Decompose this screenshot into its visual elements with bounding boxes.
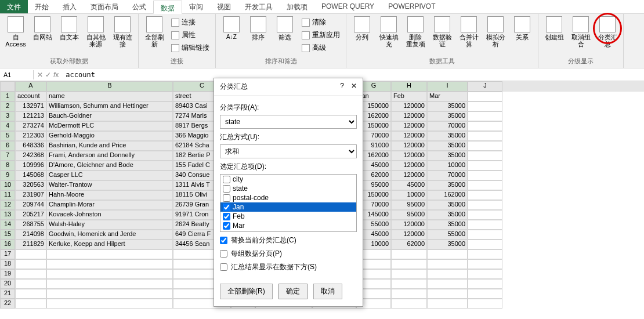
btn-合并计算[interactable]: 合并计算 bbox=[457, 15, 481, 49]
cell[interactable]: 120000 bbox=[391, 230, 427, 240]
tab-POWER QUERY[interactable]: POWER QUERY bbox=[314, 0, 381, 13]
cell[interactable]: account bbox=[15, 92, 46, 102]
cell[interactable] bbox=[468, 141, 502, 151]
cell[interactable]: 120000 bbox=[391, 151, 427, 161]
cell[interactable] bbox=[468, 210, 502, 220]
btn-自网站[interactable]: 自网站 bbox=[30, 15, 55, 42]
tab-POWERPIVOT[interactable]: POWERPIVOT bbox=[381, 0, 442, 13]
row-header[interactable]: 5 bbox=[0, 131, 15, 141]
cell[interactable]: 268755 bbox=[15, 220, 46, 230]
cell[interactable]: 273274 bbox=[15, 121, 46, 131]
row-header[interactable]: 1 bbox=[0, 92, 15, 102]
btn-编辑链接[interactable]: 编辑链接 bbox=[169, 42, 212, 54]
cell[interactable]: 70000 bbox=[427, 121, 468, 131]
cell[interactable]: 212303 bbox=[15, 131, 46, 141]
cell[interactable] bbox=[391, 299, 427, 309]
btn-现有连接[interactable]: 现有连接 bbox=[110, 15, 135, 49]
row-header[interactable]: 9 bbox=[0, 171, 15, 180]
cell[interactable]: 209744 bbox=[15, 200, 46, 210]
btn-快速填充[interactable]: 快速填充 bbox=[377, 15, 401, 49]
name-box[interactable]: A1 bbox=[0, 70, 34, 79]
cell[interactable]: 10000 bbox=[391, 190, 427, 200]
cell[interactable]: 120000 bbox=[391, 220, 427, 230]
pagebreak-check[interactable]: 每组数据分页(P) bbox=[220, 249, 357, 259]
cell[interactable] bbox=[468, 161, 502, 171]
cell[interactable]: 648336 bbox=[15, 141, 46, 151]
cell[interactable]: Hahn-Moore bbox=[46, 190, 173, 200]
cell[interactable]: 35000 bbox=[427, 141, 468, 151]
cell[interactable] bbox=[15, 299, 46, 309]
col-header-A[interactable]: A bbox=[15, 81, 46, 92]
row-header[interactable]: 12 bbox=[0, 200, 15, 210]
fx-icon[interactable]: fx bbox=[53, 71, 59, 79]
btn-连接[interactable]: 连接 bbox=[169, 16, 212, 28]
cell[interactable] bbox=[15, 249, 46, 259]
btn-模拟分析[interactable]: 模拟分析 bbox=[483, 15, 508, 49]
cell[interactable] bbox=[391, 269, 427, 279]
cell[interactable]: 120000 bbox=[391, 131, 427, 141]
items-list[interactable]: citystatepostal-codeJanFebMar bbox=[220, 174, 357, 232]
cell[interactable]: 211829 bbox=[15, 240, 46, 249]
cell[interactable]: 45000 bbox=[391, 180, 427, 190]
close-icon[interactable]: ✕ bbox=[351, 82, 357, 92]
cell[interactable]: 35000 bbox=[427, 240, 468, 249]
cell[interactable]: 35000 bbox=[427, 180, 468, 190]
cell[interactable]: Kovacek-Johnston bbox=[46, 210, 173, 220]
cell[interactable]: McDermott PLC bbox=[46, 121, 173, 131]
cell[interactable]: 35000 bbox=[427, 151, 468, 161]
cell[interactable]: 120000 bbox=[391, 121, 427, 131]
cell[interactable] bbox=[427, 279, 468, 289]
cell[interactable]: 242368 bbox=[15, 151, 46, 161]
func-select[interactable]: 求和 bbox=[220, 144, 357, 158]
btn-删除重复项[interactable]: 删除重复项 bbox=[403, 15, 428, 49]
cell[interactable]: Kerluke, Koepp and Hilpert bbox=[46, 240, 173, 249]
ok-button[interactable]: 确定 bbox=[278, 284, 307, 299]
row-header[interactable]: 2 bbox=[0, 102, 15, 111]
cell[interactable]: Gerhold-Maggio bbox=[46, 131, 173, 141]
cell[interactable] bbox=[427, 299, 468, 309]
tab-开始[interactable]: 开始 bbox=[28, 0, 56, 13]
cell[interactable] bbox=[468, 289, 502, 299]
cell[interactable]: 35000 bbox=[427, 102, 468, 111]
tab-插入[interactable]: 插入 bbox=[56, 0, 84, 13]
cell[interactable]: Williamson, Schumm and Hettinger bbox=[46, 102, 173, 111]
cell[interactable]: Bashirian, Kunde and Price bbox=[46, 141, 173, 151]
tab-开发工具[interactable]: 开发工具 bbox=[238, 0, 280, 13]
col-header-B[interactable]: B bbox=[46, 81, 173, 92]
col-header-I[interactable]: I bbox=[427, 81, 468, 92]
cell[interactable] bbox=[46, 299, 173, 309]
cell[interactable] bbox=[391, 249, 427, 259]
row-header[interactable]: 18 bbox=[0, 259, 15, 269]
col-header-H[interactable]: H bbox=[391, 81, 427, 92]
tab-文件[interactable]: 文件 bbox=[0, 0, 28, 13]
row-header[interactable]: 4 bbox=[0, 121, 15, 131]
cell[interactable] bbox=[46, 289, 173, 299]
cell[interactable]: Mar bbox=[427, 92, 468, 102]
cell[interactable]: 109996 bbox=[15, 161, 46, 171]
remove-all-button[interactable]: 全部删除(R) bbox=[220, 284, 273, 299]
cell[interactable] bbox=[468, 259, 502, 269]
btn-分列[interactable]: 分列 bbox=[350, 15, 374, 42]
btn-取消组合[interactable]: 取消组合 bbox=[569, 15, 593, 49]
cell[interactable] bbox=[427, 269, 468, 279]
cell[interactable]: 120000 bbox=[391, 171, 427, 180]
btn-重新应用[interactable]: 重新应用 bbox=[299, 29, 342, 41]
cell[interactable]: Frami, Anderson and Donnelly bbox=[46, 151, 173, 161]
cell[interactable] bbox=[468, 230, 502, 240]
row-header[interactable]: 6 bbox=[0, 141, 15, 151]
cell[interactable]: 145068 bbox=[15, 171, 46, 180]
cell[interactable]: 120000 bbox=[391, 111, 427, 121]
row-header[interactable]: 3 bbox=[0, 111, 15, 121]
btn-分类汇总[interactable]: 分类汇总 bbox=[595, 15, 620, 49]
cell[interactable] bbox=[46, 249, 173, 259]
help-icon[interactable]: ? bbox=[340, 82, 344, 92]
tab-视图[interactable]: 视图 bbox=[210, 0, 238, 13]
cancel-icon[interactable]: ✕ bbox=[37, 71, 43, 79]
btn-自 Access[interactable]: 自 Access bbox=[3, 15, 28, 49]
cell[interactable]: 35000 bbox=[427, 200, 468, 210]
tab-页面布局[interactable]: 页面布局 bbox=[84, 0, 125, 13]
cell[interactable] bbox=[468, 131, 502, 141]
cell[interactable] bbox=[468, 92, 502, 102]
cell[interactable] bbox=[46, 259, 173, 269]
row-header[interactable]: 17 bbox=[0, 249, 15, 259]
